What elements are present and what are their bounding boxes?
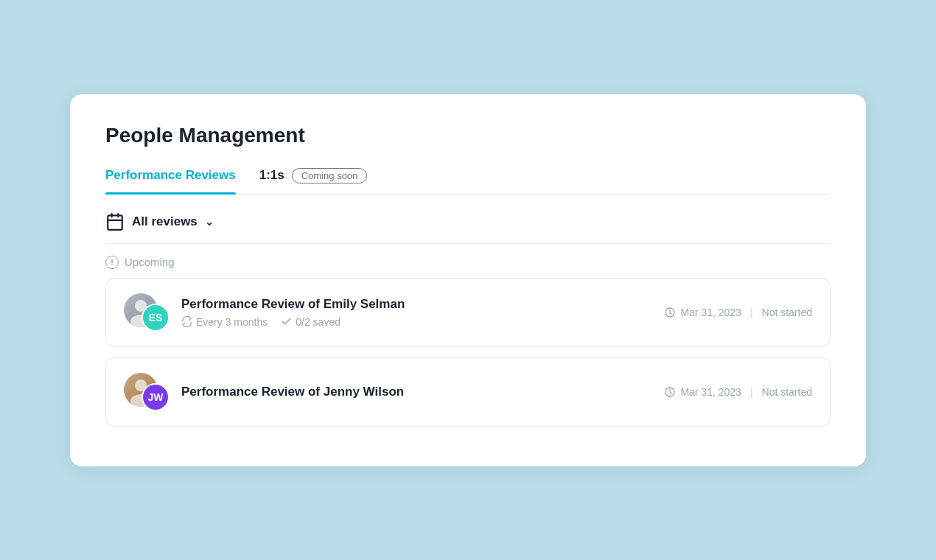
date-item: Mar 31, 2023 (664, 307, 741, 318)
all-reviews-dropdown[interactable]: All reviews ⌄ (105, 212, 214, 231)
status-badge: Not started (762, 386, 812, 398)
coming-soon-badge: Coming soon (292, 168, 368, 183)
svg-rect-0 (108, 215, 122, 230)
check-icon (281, 316, 292, 327)
review-card-emily-selman[interactable]: ES Performance Review of Emily Selman Ev… (105, 278, 831, 347)
clock-icon (664, 307, 676, 318)
clock-icon (664, 386, 676, 398)
filters-row: All reviews ⌄ (105, 195, 831, 244)
review-card-left: ES Performance Review of Emily Selman Ev… (124, 293, 405, 332)
date-item: Mar 31, 2023 (664, 386, 741, 398)
avatar-stack: ES (124, 293, 170, 332)
status-badge: Not started (762, 307, 812, 318)
review-meta: Every 3 months 0/2 saved (181, 316, 405, 328)
saved-item: 0/2 saved (281, 316, 340, 328)
chevron-down-icon: ⌄ (205, 216, 214, 228)
avatar-initials-jw: JW (142, 383, 170, 411)
review-card-jenny-wilson[interactable]: JW Performance Review of Jenny Wilson Ma… (105, 357, 831, 427)
review-card-left: JW Performance Review of Jenny Wilson (124, 373, 404, 411)
info-icon: ! (105, 256, 119, 269)
frequency-item: Every 3 months (181, 316, 268, 328)
tab-performance-reviews[interactable]: Performance Reviews (105, 168, 236, 193)
review-title: Performance Review of Jenny Wilson (181, 385, 404, 399)
calendar-icon (105, 212, 125, 231)
review-info: Performance Review of Jenny Wilson (181, 385, 404, 399)
refresh-icon (181, 316, 192, 327)
divider: | (750, 307, 753, 318)
review-card-right: Mar 31, 2023 | Not started (664, 307, 812, 318)
main-card: People Management Performance Reviews 1:… (70, 94, 866, 466)
avatar-stack: JW (124, 373, 170, 411)
page-title: People Management (105, 124, 831, 147)
tab-1-1s[interactable]: 1:1s Coming soon (259, 168, 368, 194)
tabs-bar: Performance Reviews 1:1s Coming soon (105, 168, 831, 195)
review-info: Performance Review of Emily Selman Every… (181, 297, 405, 328)
divider: | (750, 386, 753, 398)
review-card-right: Mar 31, 2023 | Not started (664, 386, 812, 398)
review-title: Performance Review of Emily Selman (181, 297, 405, 312)
upcoming-section-label: ! Upcoming (105, 244, 831, 278)
avatar-initials-es: ES (142, 304, 170, 332)
